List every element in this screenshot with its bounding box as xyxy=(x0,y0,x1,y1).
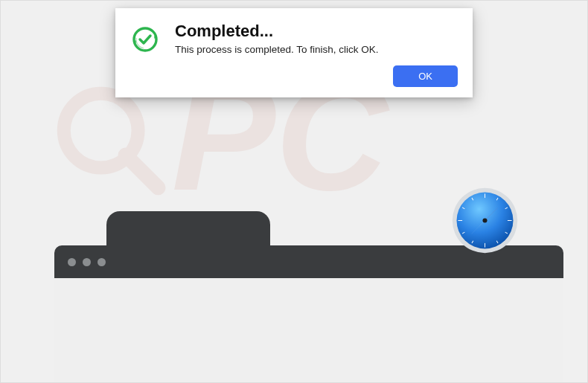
browser-body xyxy=(54,278,563,382)
dialog-content: Completed... This process is completed. … xyxy=(175,22,458,87)
completed-dialog: Completed... This process is completed. … xyxy=(115,8,473,97)
checkmark-circle-icon xyxy=(129,22,162,87)
svg-point-0 xyxy=(64,94,138,168)
svg-point-23 xyxy=(134,28,156,51)
svg-point-22 xyxy=(482,218,487,222)
traffic-light-dot xyxy=(83,258,91,266)
dialog-message: This process is completed. To finish, cl… xyxy=(175,44,458,55)
dialog-title: Completed... xyxy=(175,22,458,41)
ok-button[interactable]: OK xyxy=(393,65,458,87)
svg-line-1 xyxy=(126,155,159,187)
safari-compass-icon xyxy=(450,185,520,256)
browser-tab-shape xyxy=(106,211,270,247)
traffic-light-dot xyxy=(98,258,106,266)
traffic-light-dot xyxy=(68,258,76,266)
dialog-actions: OK xyxy=(175,65,458,87)
